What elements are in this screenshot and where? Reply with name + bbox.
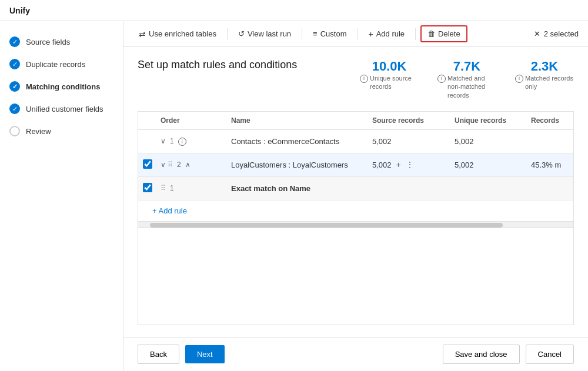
toolbar: ⇄ Use enriched tables ↺ View last run ≡ … [123,21,588,47]
th-order: Order [156,116,226,125]
stat-number: 7.7K [437,59,496,74]
info-icon: i [437,75,446,83]
row-source-records-cell: 5,002 + ⋮ [368,155,450,174]
plus-icon: + [368,29,373,39]
row-order-cell: ∨ ⠿ 2 ∧ [156,156,226,173]
drag-handle-icon[interactable]: ⠿ [168,161,173,169]
row-name-cell: Contacts : eCommerceContacts [226,132,368,151]
add-rule-row[interactable]: + Add rule [138,200,573,221]
enriched-icon: ⇄ [139,29,146,39]
save-and-close-button[interactable]: Save and close [443,345,520,364]
sidebar-item-matching-conditions[interactable]: Matching conditions [0,75,123,98]
row-order-cell: ⠿ 1 [156,179,226,197]
row-unique-records-cell [450,183,526,193]
plus-action-icon[interactable]: + [396,160,401,169]
page-title: Set up match rules and conditions [138,59,297,71]
order-number: 1 [170,137,174,145]
view-last-run-button[interactable]: ↺ View last run [232,26,297,41]
sidebar: Source fields Duplicate records Matching… [0,21,123,371]
row-name-cell: LoyalCustomers : LoyalCustomers [226,156,368,174]
add-rule-button[interactable]: + Add rule [362,26,410,42]
sidebar-check-icon [9,59,20,69]
custom-button[interactable]: ≡ Custom [307,26,352,41]
add-rule-label[interactable]: + Add rule [152,206,187,215]
table-row[interactable]: ∨ 1 i Contacts : eCommerceContacts 5,002… [138,130,573,153]
row-records-cell [526,183,573,193]
chevron-down-icon[interactable]: ∨ [161,137,166,145]
cancel-button[interactable]: Cancel [526,345,574,364]
divider [415,28,416,40]
dots-menu-icon[interactable]: ⋮ [406,160,414,169]
th-checkbox [138,116,156,125]
table-row[interactable]: ∨ ⠿ 2 ∧ LoyalCustomers : LoyalCustomers … [138,153,573,177]
sidebar-label: Duplicate records [26,60,85,69]
stat-label: i Matched and non-matched records [437,74,496,99]
row-checkbox-cell[interactable] [138,155,156,175]
divider [302,28,302,40]
chevron-down-icon[interactable]: ∨ [161,161,166,169]
back-button[interactable]: Back [138,345,179,364]
row-checkbox-cell [138,136,156,146]
use-enriched-tables-button[interactable]: ⇄ Use enriched tables [133,26,222,42]
row-records-cell: 45.3% m [526,156,573,174]
stat-number: 2.3K [515,59,574,74]
th-source-records: Source records [368,116,450,125]
stat-unique-source: 10.0K i Unique source records [360,59,419,99]
table-container: Order Name Source records Unique records… [138,111,574,325]
clock-icon: ↺ [238,29,245,38]
sidebar-label: Matching conditions [26,82,100,91]
info-icon: i [178,138,186,146]
chevron-up-icon[interactable]: ∧ [185,161,191,169]
stat-matched-nonmatched: 7.7K i Matched and non-matched records [437,59,496,99]
info-icon: i [515,75,523,83]
scrollbar-thumb[interactable] [150,223,503,228]
stats-area: 10.0K i Unique source records 7.7K i Mat… [360,59,574,99]
stat-label: i Matched records only [515,74,574,91]
divider [357,28,358,40]
footer: Back Next Save and close Cancel [123,337,588,371]
horizontal-scrollbar[interactable] [138,221,573,228]
row-unique-records-cell: 5,002 [450,132,526,151]
close-icon[interactable]: ✕ [534,29,540,38]
sidebar-item-review[interactable]: Review [0,120,123,142]
delete-button[interactable]: 🗑 Delete [420,25,467,42]
th-name: Name [226,116,368,125]
stat-matched-only: 2.3K i Matched records only [515,59,574,99]
next-button[interactable]: Next [185,345,225,363]
row-checkbox-cell[interactable] [138,178,156,199]
sidebar-check-icon [9,103,20,114]
sidebar-label: Source fields [26,38,70,46]
order-number: 2 [177,161,181,169]
trash-icon: 🗑 [427,29,435,38]
stat-number: 10.0K [360,59,419,74]
app-header: Unify [0,0,588,21]
row-source-records-cell: 5,002 [368,132,450,151]
table-row[interactable]: ⠿ 1 Exact match on Name [138,177,573,200]
sidebar-item-source-fields[interactable]: Source fields [0,31,123,53]
info-icon: i [360,75,368,83]
sidebar-item-duplicate-records[interactable]: Duplicate records [0,53,123,75]
th-records: Records [526,116,573,125]
order-number: 1 [170,184,174,192]
sidebar-empty-icon [9,126,20,136]
th-unique-records: Unique records [450,116,526,125]
sidebar-label: Unified customer fields [26,105,103,113]
row-order-cell: ∨ 1 i [156,132,226,151]
stat-label: i Unique source records [360,74,419,91]
row-source-records-cell [368,183,450,193]
sidebar-item-unified-customer-fields[interactable]: Unified customer fields [0,98,123,120]
sidebar-check-icon [9,81,20,92]
app-title: Unify [9,6,30,15]
row-records-cell [526,136,573,146]
drag-handle-icon[interactable]: ⠿ [161,184,166,192]
divider [227,28,228,40]
sidebar-label: Review [26,127,51,136]
table-header: Order Name Source records Unique records… [138,112,573,130]
custom-icon: ≡ [313,29,318,38]
row-name-cell: Exact match on Name [226,179,368,198]
sidebar-check-icon [9,36,20,47]
selected-count: ✕ 2 selected [534,29,579,38]
row-unique-records-cell: 5,002 [450,156,526,174]
